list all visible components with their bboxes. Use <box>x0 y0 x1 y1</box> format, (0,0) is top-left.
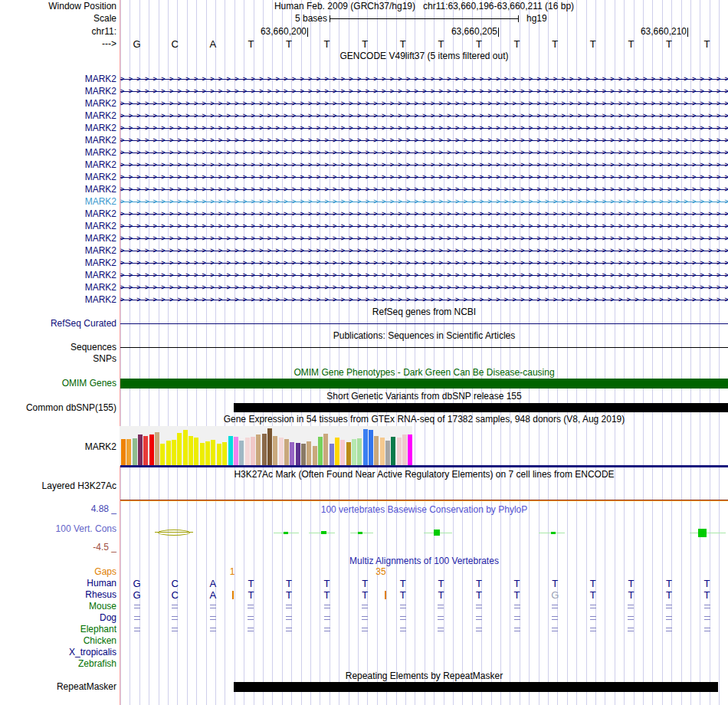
gencode-transcript-label[interactable]: MARK2 <box>85 295 116 305</box>
h3k27ac-signal-line-orange[interactable] <box>120 500 728 501</box>
gtex-tissue-bar[interactable] <box>217 444 221 465</box>
gencode-transcript-row[interactable]: >>>>>>>>>>>>>>>>>>>>>>>>>>>>>>>>>>>>>>>>… <box>120 209 728 219</box>
gtex-tissue-bar[interactable] <box>397 438 402 465</box>
gencode-transcript-row[interactable]: >>>>>>>>>>>>>>>>>>>>>>>>>>>>>>>>>>>>>>>>… <box>120 136 728 146</box>
gtex-tissue-bar[interactable] <box>402 434 407 465</box>
gencode-transcript-row[interactable]: >>>>>>>>>>>>>>>>>>>>>>>>>>>>>>>>>>>>>>>>… <box>120 87 728 97</box>
sequences-track-line[interactable] <box>120 347 728 348</box>
gtex-tissue-bar[interactable] <box>194 438 198 465</box>
gencode-transcript-row[interactable]: >>>>>>>>>>>>>>>>>>>>>>>>>>>>>>>>>>>>>>>>… <box>120 258 728 268</box>
gtex-tissue-bar[interactable] <box>267 428 272 465</box>
gtex-tissue-bar[interactable] <box>369 430 373 465</box>
sequences-label[interactable]: Sequences <box>71 343 116 352</box>
gtex-tissue-bar[interactable] <box>228 436 233 465</box>
gencode-transcript-row[interactable]: >>>>>>>>>>>>>>>>>>>>>>>>>>>>>>>>>>>>>>>>… <box>120 221 728 231</box>
multiz-species-row[interactable] <box>0 636 728 647</box>
gencode-transcript-row[interactable]: >>>>>>>>>>>>>>>>>>>>>>>>>>>>>>>>>>>>>>>>… <box>120 246 728 256</box>
gencode-transcript-label[interactable]: MARK2 <box>85 99 116 109</box>
gencode-transcript-label[interactable]: MARK2 <box>85 246 116 256</box>
gtex-tissue-bar[interactable] <box>133 438 137 465</box>
gtex-tissue-bar[interactable] <box>385 441 390 465</box>
gencode-transcript-row[interactable]: >>>>>>>>>>>>>>>>>>>>>>>>>>>>>>>>>>>>>>>>… <box>120 160 728 170</box>
gtex-tissue-bar[interactable] <box>143 436 148 465</box>
gencode-transcript-label[interactable]: MARK2 <box>85 136 116 146</box>
gtex-tissue-bar[interactable] <box>357 438 362 465</box>
gencode-transcript-label[interactable]: MARK2 <box>85 123 116 133</box>
gtex-tissue-bar[interactable] <box>245 438 250 465</box>
gencode-transcript-row[interactable]: >>>>>>>>>>>>>>>>>>>>>>>>>>>>>>>>>>>>>>>>… <box>120 185 728 195</box>
gtex-tissue-bar[interactable] <box>318 437 323 465</box>
phylop-segment[interactable] <box>690 533 726 533</box>
gencode-transcript-row[interactable]: >>>>>>>>>>>>>>>>>>>>>>>>>>>>>>>>>>>>>>>>… <box>120 111 728 121</box>
dbsnp-label[interactable]: Common dbSNP(155) <box>26 403 116 413</box>
gtex-tissue-bar[interactable] <box>149 434 154 465</box>
gtex-tissue-bar[interactable] <box>290 442 294 465</box>
phylop-score-mark[interactable] <box>698 529 707 537</box>
gencode-transcript-row[interactable]: >>>>>>>>>>>>>>>>>>>>>>>>>>>>>>>>>>>>>>>>… <box>120 74 728 84</box>
phylop-score-mark[interactable] <box>358 532 362 534</box>
gencode-transcript-label[interactable]: MARK2 <box>85 160 116 170</box>
gencode-transcript-row[interactable]: >>>>>>>>>>>>>>>>>>>>>>>>>>>>>>>>>>>>>>>>… <box>120 295 728 305</box>
gencode-transcript-label[interactable]: MARK2 <box>85 258 116 268</box>
multiz-species-row[interactable] <box>0 613 728 624</box>
gencode-transcript-label[interactable]: MARK2 <box>85 148 116 158</box>
gencode-transcript-row[interactable]: >>>>>>>>>>>>>>>>>>>>>>>>>>>>>>>>>>>>>>>>… <box>120 197 728 207</box>
gencode-transcript-label[interactable]: MARK2 <box>85 87 116 97</box>
gtex-tissue-bar[interactable] <box>374 436 379 465</box>
gtex-tissue-bar[interactable] <box>330 444 334 465</box>
multiz-species-row[interactable]: 135 <box>0 567 728 578</box>
snps-label[interactable]: SNPs <box>93 354 116 364</box>
gtex-tissue-bar[interactable] <box>323 434 328 465</box>
repeatmasker-label[interactable]: RepeatMasker <box>57 682 116 692</box>
gencode-transcript-row[interactable]: >>>>>>>>>>>>>>>>>>>>>>>>>>>>>>>>>>>>>>>>… <box>120 148 728 158</box>
gtex-tissue-bar[interactable] <box>391 437 395 465</box>
repeatmasker-element-bar[interactable] <box>234 682 718 692</box>
gtex-tissue-bar[interactable] <box>239 441 244 465</box>
gtex-tissue-bar[interactable] <box>380 438 385 465</box>
omim-gene-bar[interactable] <box>120 379 728 389</box>
gtex-gene-label[interactable]: MARK2 <box>85 442 116 452</box>
gtex-tissue-bar[interactable] <box>205 441 210 465</box>
gtex-tissue-bar[interactable] <box>307 441 311 465</box>
phylop-score-mark[interactable] <box>551 532 556 534</box>
gtex-tissue-bar[interactable] <box>335 438 339 465</box>
refseq-curated-label[interactable]: RefSeq Curated <box>51 319 116 329</box>
gtex-tissue-bar[interactable] <box>183 430 188 465</box>
gtex-tissue-bar[interactable] <box>200 443 205 465</box>
gencode-transcript-label[interactable]: MARK2 <box>85 209 116 219</box>
gtex-tissue-bar[interactable] <box>121 439 126 465</box>
gtex-tissue-bar[interactable] <box>346 442 351 465</box>
gtex-tissue-bar[interactable] <box>408 434 412 465</box>
gtex-tissue-bar[interactable] <box>273 436 277 465</box>
gtex-tissue-bar[interactable] <box>138 434 143 465</box>
gencode-transcript-row[interactable]: >>>>>>>>>>>>>>>>>>>>>>>>>>>>>>>>>>>>>>>>… <box>120 123 728 133</box>
gtex-tissue-bar[interactable] <box>160 444 165 465</box>
gtex-tissue-bar[interactable] <box>172 440 176 465</box>
gencode-transcript-label[interactable]: MARK2 <box>85 111 116 121</box>
gencode-transcript-row[interactable]: >>>>>>>>>>>>>>>>>>>>>>>>>>>>>>>>>>>>>>>>… <box>120 283 728 293</box>
gtex-tissue-bar[interactable] <box>340 440 345 465</box>
dbsnp-variant-bar[interactable] <box>234 403 728 412</box>
h3k27ac-label[interactable]: Layered H3K27Ac <box>42 481 116 491</box>
gencode-transcript-label[interactable]: MARK2 <box>85 283 116 293</box>
gtex-tissue-bar[interactable] <box>166 441 171 465</box>
gencode-transcript-row[interactable]: >>>>>>>>>>>>>>>>>>>>>>>>>>>>>>>>>>>>>>>>… <box>120 172 728 182</box>
gtex-tissue-bar[interactable] <box>256 434 261 465</box>
conservation-label[interactable]: 100 Vert. Cons <box>56 524 116 534</box>
gencode-transcript-row[interactable]: >>>>>>>>>>>>>>>>>>>>>>>>>>>>>>>>>>>>>>>>… <box>120 99 728 109</box>
refseq-curated-track-line[interactable] <box>120 323 728 324</box>
multiz-species-row[interactable] <box>0 648 728 658</box>
gtex-tissue-bar[interactable] <box>234 437 238 465</box>
phylop-score-mark[interactable] <box>284 532 288 534</box>
gencode-transcript-label[interactable]: MARK2 <box>85 234 116 244</box>
omim-genes-label[interactable]: OMIM Genes <box>62 379 116 389</box>
gencode-transcript-row[interactable]: >>>>>>>>>>>>>>>>>>>>>>>>>>>>>>>>>>>>>>>>… <box>120 234 728 244</box>
gencode-transcript-label[interactable]: MARK2 <box>85 221 116 231</box>
gtex-tissue-bar[interactable] <box>155 432 159 465</box>
gencode-transcript-label[interactable]: MARK2 <box>85 197 116 207</box>
gtex-tissue-bar[interactable] <box>189 436 193 465</box>
gtex-tissue-bar[interactable] <box>211 440 215 465</box>
gtex-tissue-bar[interactable] <box>352 439 356 465</box>
phylop-score-mark[interactable] <box>434 530 440 536</box>
multiz-species-row[interactable] <box>0 659 728 670</box>
